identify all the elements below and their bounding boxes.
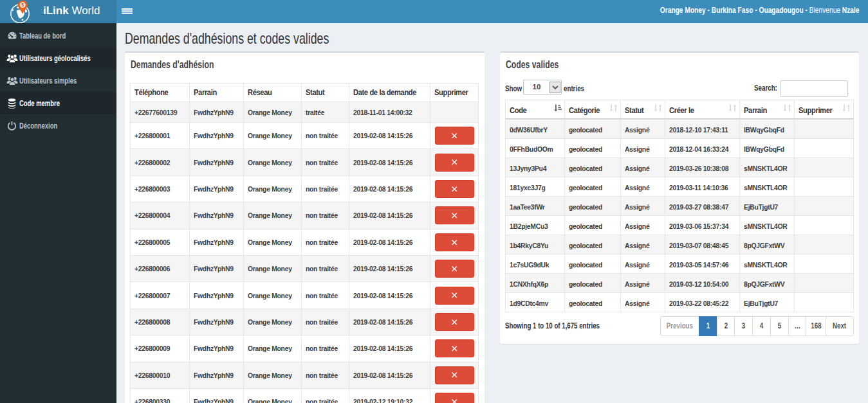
svg-text:$: $	[21, 2, 24, 8]
